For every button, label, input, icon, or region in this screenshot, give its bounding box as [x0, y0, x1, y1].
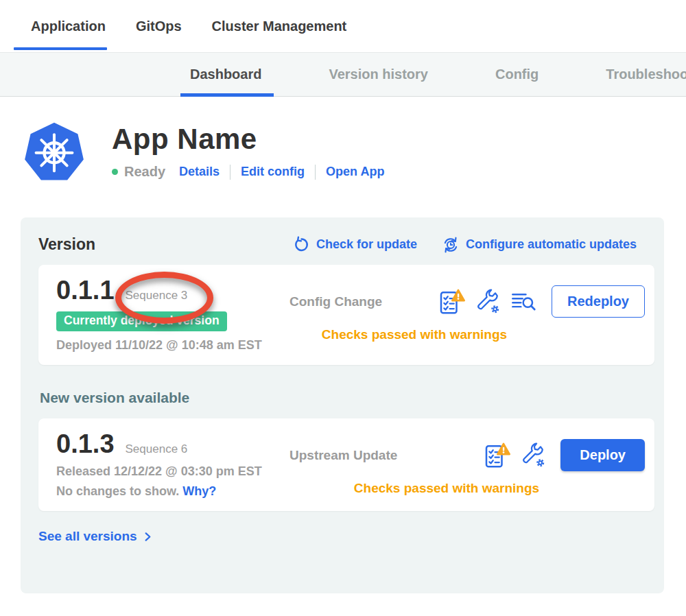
why-link[interactable]: Why? [182, 484, 216, 498]
configure-automatic-updates-link[interactable]: Configure automatic updates [442, 236, 637, 254]
current-version-number: 0.1.1 [56, 276, 115, 305]
config-wrench-icon[interactable] [519, 442, 547, 469]
edit-config-link[interactable]: Edit config [241, 165, 305, 179]
ready-status-dot [112, 169, 118, 175]
app-sub-nav: Dashboard Version history Config Trouble… [0, 52, 686, 97]
see-all-versions-label: See all versions [38, 529, 137, 544]
details-link[interactable]: Details [179, 165, 220, 179]
tab-gitops[interactable]: GitOps [136, 0, 182, 52]
deploy-button[interactable]: Deploy [560, 439, 645, 471]
tab-cluster-management[interactable]: Cluster Management [212, 0, 347, 52]
open-app-link[interactable]: Open App [326, 165, 384, 179]
new-version-card: 0.1.3 Sequence 6 Released 12/12/22 @ 03:… [38, 418, 654, 511]
check-for-update-link[interactable]: Check for update [293, 236, 417, 254]
current-version-type: Config Change [289, 294, 382, 309]
tab-version-history[interactable]: Version history [329, 53, 428, 96]
preflight-checks-icon[interactable] [438, 288, 465, 316]
new-version-heading: New version available [40, 390, 654, 406]
tab-dashboard[interactable]: Dashboard [190, 53, 261, 96]
separator [315, 165, 316, 180]
new-version-number: 0.1.3 [56, 429, 115, 459]
current-checks-status: Checks passed with warnings [289, 327, 539, 342]
currently-deployed-badge: Currently deployed version [56, 311, 227, 331]
auto-update-icon [442, 236, 460, 254]
no-changes-line: No changes to show. Why? [56, 484, 269, 499]
check-for-update-label: Check for update [316, 237, 417, 252]
kubernetes-logo-icon [24, 120, 84, 183]
configure-automatic-updates-label: Configure automatic updates [466, 237, 637, 252]
new-version-type: Upstream Update [289, 448, 397, 463]
new-checks-status: Checks passed with warnings [289, 481, 604, 496]
primary-nav: Application GitOps Cluster Management [0, 0, 686, 52]
chevron-right-icon [143, 532, 153, 542]
tab-config[interactable]: Config [495, 53, 539, 96]
new-version-sequence: Sequence 6 [126, 442, 188, 456]
separator [230, 165, 230, 180]
app-status-label: Ready [124, 164, 165, 180]
current-version-sequence: Sequence 3 [126, 289, 188, 303]
refresh-icon [293, 236, 310, 253]
redeploy-button[interactable]: Redeploy [552, 285, 645, 318]
deployed-timestamp: Deployed 11/10/22 @ 10:48 am EST [56, 338, 269, 353]
app-header: App Name Ready Details Edit config Open … [24, 120, 686, 183]
tab-troubleshoot[interactable]: Troubleshoot [606, 53, 686, 96]
released-timestamp: Released 12/12/22 @ 03:30 pm EST [56, 464, 269, 479]
tab-application[interactable]: Application [31, 0, 106, 52]
see-all-versions-link[interactable]: See all versions [38, 529, 654, 544]
no-changes-text: No changes to show. [56, 484, 182, 498]
config-wrench-icon[interactable] [474, 288, 501, 316]
preflight-checks-icon[interactable] [483, 442, 510, 469]
current-version-card: 0.1.1 Sequence 3 Currently deployed vers… [38, 265, 654, 365]
view-files-icon[interactable] [510, 288, 538, 316]
version-section: Version Check for update Configure [21, 217, 664, 593]
app-name-title: App Name [112, 123, 384, 156]
version-section-title: Version [38, 235, 95, 254]
